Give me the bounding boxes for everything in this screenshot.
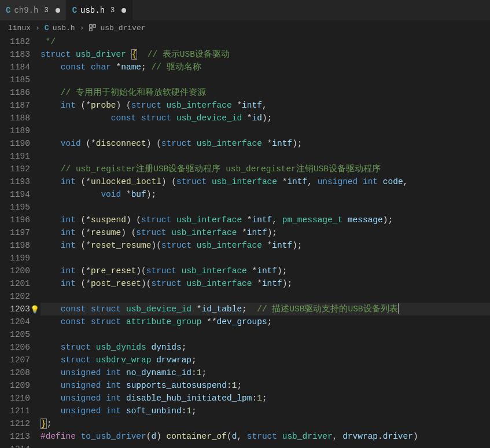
svg-rect-0	[90, 25, 92, 27]
code-line[interactable]: int (*suspend) (struct usb_interface *in…	[40, 214, 490, 226]
line-number[interactable]: 1189	[0, 124, 30, 137]
line-number[interactable]: 1194	[0, 188, 30, 201]
line-number[interactable]: 1187	[0, 99, 30, 112]
code-line[interactable]: const struct usb_device_id *id);	[40, 112, 490, 124]
code-line[interactable]	[40, 443, 490, 448]
c-file-icon: C	[72, 6, 77, 15]
code-line[interactable]: const struct usb_device_id *id_table; //…	[40, 303, 490, 315]
line-number[interactable]: 1204	[0, 315, 30, 328]
code-line[interactable]: int (*probe) (struct usb_interface *intf…	[40, 99, 490, 112]
code-line[interactable]: */	[40, 35, 490, 48]
line-number[interactable]: 1199	[0, 252, 30, 265]
code-line[interactable]: const struct attribute_group **dev_group…	[40, 315, 490, 328]
line-number[interactable]: 1214	[0, 443, 30, 448]
svg-rect-2	[90, 28, 92, 31]
code-line[interactable]	[40, 290, 490, 303]
code-line[interactable]	[40, 74, 490, 86]
code-line[interactable]: #define to_usb_driver(d) container_of(d,…	[40, 430, 490, 443]
line-number[interactable]: 1190	[0, 137, 30, 150]
line-number[interactable]: 1200	[0, 265, 30, 277]
line-number[interactable]: 1203💡	[0, 303, 30, 315]
code-line[interactable]: struct usbdrv_wrap drvwrap;	[40, 354, 490, 366]
line-number[interactable]: 1195	[0, 201, 30, 214]
code-line[interactable]: int (*reset_resume)(struct usb_interface…	[40, 239, 490, 252]
code-line[interactable]: struct usb_driver { // 表示USB设备驱动	[40, 48, 490, 61]
line-number[interactable]: 1198	[0, 239, 30, 252]
tab-label: ch9.h	[14, 6, 38, 15]
line-number[interactable]: 1197	[0, 226, 30, 239]
breadcrumb-folder[interactable]: linux	[8, 24, 31, 32]
line-number[interactable]: 1205	[0, 328, 30, 341]
line-number[interactable]: 1212	[0, 417, 30, 430]
line-number[interactable]: 1188	[0, 112, 30, 124]
line-number[interactable]: 1207	[0, 354, 30, 366]
line-number[interactable]: 1183	[0, 48, 30, 61]
tab-ch9-h[interactable]: Cch9.h3	[0, 0, 67, 20]
code-line[interactable]	[40, 328, 490, 341]
code-area[interactable]: */struct usb_driver { // 表示USB设备驱动 const…	[40, 35, 490, 448]
breadcrumb[interactable]: linux C usb.h usb_driver	[0, 20, 490, 35]
code-line[interactable]: int (*pre_reset)(struct usb_interface *i…	[40, 265, 490, 277]
line-number[interactable]: 1192	[0, 163, 30, 175]
line-number[interactable]: 1201	[0, 277, 30, 290]
modified-dot-icon	[121, 8, 126, 13]
line-number[interactable]: 1213	[0, 430, 30, 443]
code-line[interactable]: int (*unlocked_ioctl) (struct usb_interf…	[40, 175, 490, 188]
editor-tabs: Cch9.h3Cusb.h3	[0, 0, 490, 20]
line-number[interactable]: 1202	[0, 290, 30, 303]
line-number[interactable]: 1191	[0, 150, 30, 163]
code-line[interactable]	[40, 150, 490, 163]
line-number[interactable]: 1196	[0, 214, 30, 226]
tab-usb-h[interactable]: Cusb.h3	[67, 0, 133, 20]
symbol-struct-icon	[89, 24, 97, 32]
code-line[interactable]	[40, 252, 490, 265]
c-file-icon: C	[45, 24, 49, 32]
line-number[interactable]: 1184	[0, 61, 30, 74]
code-line[interactable]: unsigned int disable_hub_initiated_lpm:1…	[40, 392, 490, 405]
code-line[interactable]: struct usb_dynids dynids;	[40, 341, 490, 354]
code-line[interactable]	[40, 124, 490, 137]
tab-label: usb.h	[80, 6, 105, 15]
code-line[interactable]: unsigned int supports_autosuspend:1;	[40, 379, 490, 392]
lightbulb-icon[interactable]: 💡	[30, 304, 39, 317]
code-line[interactable]: unsigned int soft_unbind:1;	[40, 405, 490, 417]
code-line[interactable]: int (*post_reset)(struct usb_interface *…	[40, 277, 490, 290]
code-line[interactable]: unsigned int no_dynamic_id:1;	[40, 366, 490, 379]
code-line[interactable]: const char *name; // 驱动名称	[40, 61, 490, 74]
line-number-gutter[interactable]: 1182118311841185118611871188118911901191…	[0, 35, 40, 448]
breadcrumb-symbol[interactable]: usb_driver	[100, 24, 145, 32]
line-number[interactable]: 1209	[0, 379, 30, 392]
code-line[interactable]: void *buf);	[40, 188, 490, 201]
code-line[interactable]: // 专用用于初始化和释放软硬件资源	[40, 86, 490, 99]
problems-badge: 3	[44, 6, 48, 14]
line-number[interactable]: 1186	[0, 86, 30, 99]
code-line[interactable]: int (*resume) (struct usb_interface *int…	[40, 226, 490, 239]
chevron-right-icon	[34, 24, 41, 32]
line-number[interactable]: 1182	[0, 35, 30, 48]
modified-dot-icon	[56, 8, 60, 13]
code-line[interactable]	[40, 201, 490, 214]
line-number[interactable]: 1210	[0, 392, 30, 405]
problems-badge: 3	[110, 6, 115, 14]
line-number[interactable]: 1185	[0, 74, 30, 86]
code-line[interactable]: };	[40, 417, 490, 430]
code-line[interactable]: void (*disconnect) (struct usb_interface…	[40, 137, 490, 150]
line-number[interactable]: 1206	[0, 341, 30, 354]
c-file-icon: C	[6, 6, 10, 15]
code-line[interactable]: // usb_register注册USB设备驱动程序 usb_deregiste…	[40, 163, 490, 175]
svg-rect-1	[93, 25, 95, 27]
line-number[interactable]: 1208	[0, 366, 30, 379]
line-number[interactable]: 1193	[0, 175, 30, 188]
code-editor[interactable]: 1182118311841185118611871188118911901191…	[0, 35, 490, 448]
line-number[interactable]: 1211	[0, 405, 30, 417]
breadcrumb-file[interactable]: usb.h	[53, 24, 75, 32]
chevron-right-icon	[79, 24, 86, 32]
